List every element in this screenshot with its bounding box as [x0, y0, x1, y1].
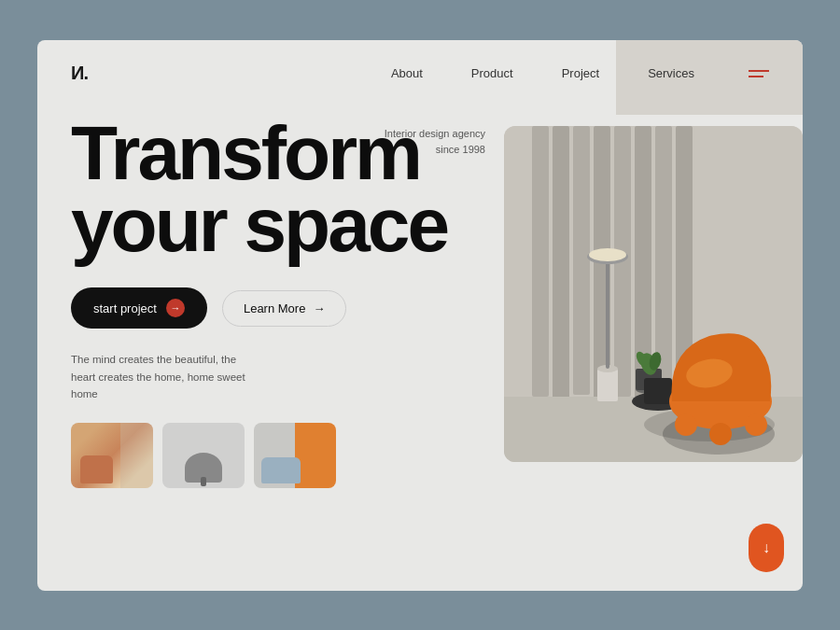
- navigation: About Product Project Services: [391, 66, 694, 80]
- main-window: И. About Product Project Services Transf…: [37, 40, 803, 591]
- hamburger-line-top: [749, 70, 769, 72]
- nav-product[interactable]: Product: [471, 66, 513, 80]
- svg-rect-1: [532, 126, 549, 397]
- tagline: The mind creates the beautiful, the hear…: [71, 351, 258, 402]
- svg-point-25: [675, 413, 697, 436]
- cta-row: start project → Learn More →: [71, 287, 448, 329]
- svg-rect-22: [644, 378, 672, 404]
- nav-services[interactable]: Services: [648, 66, 694, 80]
- svg-point-15: [589, 248, 626, 261]
- start-project-button[interactable]: start project →: [71, 287, 207, 329]
- arrow-down-icon: ↓: [763, 539, 770, 556]
- svg-rect-2: [553, 126, 569, 401]
- left-section: Transform your space start project → Lea…: [37, 107, 482, 591]
- hero-image: [504, 126, 803, 462]
- svg-point-27: [709, 423, 732, 445]
- logo[interactable]: И.: [71, 63, 88, 84]
- svg-rect-3: [573, 126, 590, 395]
- nav-project[interactable]: Project: [562, 66, 599, 80]
- svg-point-26: [745, 413, 767, 436]
- svg-rect-13: [606, 257, 609, 369]
- learn-more-arrow-icon: →: [313, 301, 325, 315]
- headline-line2: your space: [71, 182, 447, 267]
- thumbnail-3[interactable]: [254, 423, 336, 488]
- svg-rect-11: [597, 369, 618, 401]
- scroll-down-button[interactable]: ↓: [749, 524, 784, 572]
- thumbnail-1[interactable]: [71, 423, 153, 488]
- learn-more-label: Learn More: [244, 301, 305, 315]
- hamburger-menu[interactable]: [749, 70, 769, 77]
- nav-about[interactable]: About: [391, 66, 423, 80]
- thumbnail-row: [71, 423, 448, 488]
- thumbnail-2[interactable]: [162, 423, 245, 488]
- headline: Transform your space: [71, 117, 448, 262]
- start-project-label: start project: [93, 301, 157, 315]
- start-arrow-icon: →: [166, 299, 185, 317]
- hamburger-line-bottom: [749, 76, 763, 77]
- learn-more-button[interactable]: Learn More →: [222, 290, 346, 327]
- header: И. About Product Project Services: [37, 40, 803, 107]
- main-content: Transform your space start project → Lea…: [37, 107, 803, 591]
